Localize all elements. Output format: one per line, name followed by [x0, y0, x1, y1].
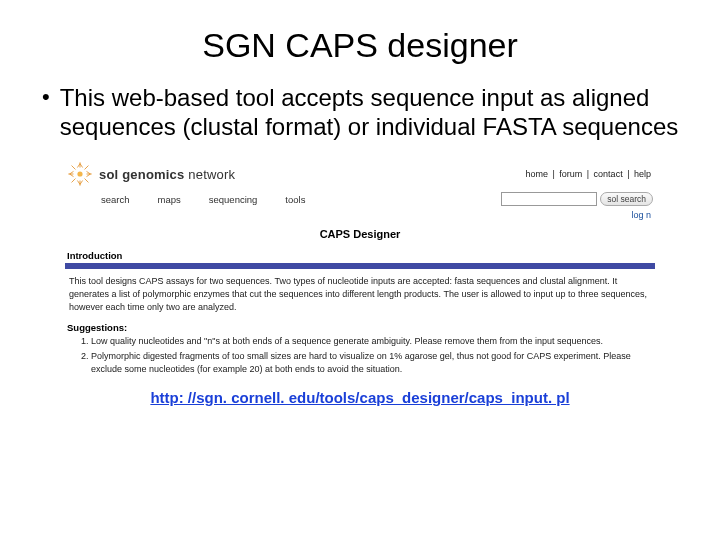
bullet-item: • This web-based tool accepts sequence i…	[30, 83, 690, 141]
top-links: home | forum | contact | help	[523, 169, 653, 179]
list-item: Low quality nucleotides and "n"s at both…	[91, 335, 651, 348]
intro-label: Introduction	[61, 248, 659, 263]
svg-line-5	[72, 166, 76, 170]
list-item: Polymorphic digested fragments of too sm…	[91, 350, 651, 376]
slide-title: SGN CAPS designer	[30, 26, 690, 65]
suggestions-list: Low quality nucleotides and "n"s at both…	[61, 335, 659, 386]
suggestions-label: Suggestions:	[61, 320, 659, 335]
search-button[interactable]: sol search	[600, 192, 653, 206]
svg-line-7	[85, 166, 89, 170]
nav-tabs: search maps sequencing tools	[101, 194, 305, 205]
login-link[interactable]: log n	[61, 208, 659, 224]
link-forum[interactable]: forum	[557, 169, 584, 179]
section-divider	[65, 263, 655, 269]
search-box: sol search	[501, 192, 653, 206]
search-input[interactable]	[501, 192, 597, 206]
site-topbar: sol genomics network home | forum | cont…	[61, 158, 659, 190]
svg-line-8	[72, 179, 76, 183]
nav-row: search maps sequencing tools sol search	[61, 190, 659, 208]
tab-tools[interactable]: tools	[285, 194, 305, 205]
svg-point-0	[77, 171, 82, 176]
tab-sequencing[interactable]: sequencing	[209, 194, 258, 205]
page-heading: CAPS Designer	[61, 224, 659, 248]
link-help[interactable]: help	[632, 169, 653, 179]
bullet-marker: •	[42, 83, 50, 111]
link-contact[interactable]: contact	[592, 169, 625, 179]
svg-line-6	[85, 179, 89, 183]
slide: SGN CAPS designer • This web-based tool …	[0, 0, 720, 540]
tab-search[interactable]: search	[101, 194, 130, 205]
sun-logo-icon	[67, 161, 93, 187]
tab-maps[interactable]: maps	[158, 194, 181, 205]
link-home[interactable]: home	[523, 169, 550, 179]
intro-body: This tool designs CAPS assays for two se…	[61, 275, 659, 320]
bullet-text: This web-based tool accepts sequence inp…	[60, 83, 682, 141]
site-brand: sol genomics network	[67, 161, 235, 187]
site-name: sol genomics network	[99, 167, 235, 182]
tool-url-link[interactable]: http: //sgn. cornell. edu/tools/caps_des…	[150, 389, 569, 406]
url-line: http: //sgn. cornell. edu/tools/caps_des…	[30, 389, 690, 407]
embedded-screenshot: sol genomics network home | forum | cont…	[60, 157, 660, 387]
